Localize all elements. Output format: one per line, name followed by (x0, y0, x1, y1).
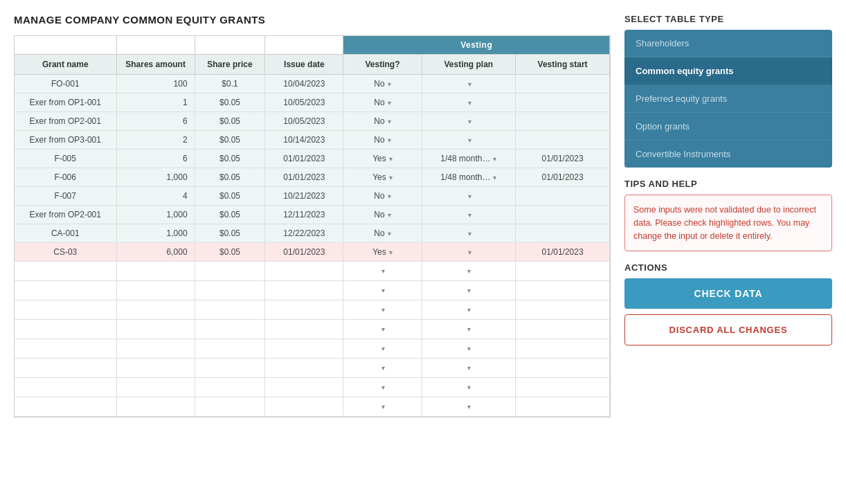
tips-text: Some inputs were not validated due to in… (633, 205, 816, 241)
empty-group-4 (265, 36, 343, 55)
discard-changes-button[interactable]: DISCARD ALL CHANGES (624, 314, 832, 345)
col-share-price: Share price (195, 55, 265, 75)
table-row[interactable]: F-0061,000$0.0501/01/2023Yes▾1/48 month…… (15, 168, 610, 187)
table-row[interactable]: F-0074$0.0510/21/2023No▾▾ (15, 187, 610, 206)
col-vesting-plan: Vesting plan (422, 55, 516, 75)
empty-group-2 (116, 36, 195, 55)
empty-row: ▾▾ (15, 397, 610, 417)
col-vesting: Vesting? (343, 55, 422, 75)
empty-row: ▾▾ (15, 378, 610, 397)
select-table-type-section: SELECT TABLE TYPE ShareholdersCommon equ… (624, 14, 832, 168)
table-body: FO-001100$0.110/04/2023No▾▾Exer from OP1… (15, 75, 610, 417)
col-grant-name: Grant name (15, 55, 116, 75)
table-row[interactable]: CA-0011,000$0.0512/22/2023No▾▾ (15, 224, 610, 243)
table-type-box: ShareholdersCommon equity grantsPreferre… (624, 30, 832, 168)
actions-label: ACTIONS (624, 262, 832, 273)
group-header-row: Vesting (15, 36, 610, 55)
table-row[interactable]: Exer from OP2-0016$0.0510/05/2023No▾▾ (15, 112, 610, 131)
column-header-row: Grant name Shares amount Share price Iss… (15, 55, 610, 75)
empty-row: ▾▾ (15, 300, 610, 320)
tips-help-label: TIPS AND HELP (624, 179, 832, 189)
table-row[interactable]: F-0056$0.0501/01/2023Yes▾1/48 month…▾01/… (15, 150, 610, 168)
tips-help-section: TIPS AND HELP Some inputs were not valid… (624, 179, 832, 251)
table-row[interactable]: Exer from OP1-0011$0.0510/05/2023No▾▾ (15, 93, 610, 112)
table-row[interactable]: Exer from OP2-0011,000$0.0512/11/2023No▾… (15, 206, 610, 224)
empty-row: ▾▾ (15, 281, 610, 300)
right-panel: SELECT TABLE TYPE ShareholdersCommon equ… (624, 14, 832, 490)
col-vesting-start: Vesting start (516, 55, 610, 75)
table-row[interactable]: FO-001100$0.110/04/2023No▾▾ (15, 75, 610, 93)
select-table-type-label: SELECT TABLE TYPE (624, 14, 832, 24)
page-title: MANAGE COMPANY COMMON EQUITY GRANTS (14, 14, 611, 26)
tips-box: Some inputs were not validated due to in… (624, 195, 832, 251)
table-row[interactable]: CS-036,000$0.0501/01/2023Yes▾▾01/01/2023 (15, 243, 610, 262)
empty-row: ▾▾ (15, 359, 610, 378)
check-data-button[interactable]: CHECK DATA (624, 278, 832, 309)
table-type-item-0[interactable]: Shareholders (624, 30, 832, 57)
col-shares-amount: Shares amount (116, 55, 195, 75)
table-type-item-1[interactable]: Common equity grants (624, 57, 832, 85)
empty-group-1 (15, 36, 116, 55)
table-row[interactable]: Exer from OP3-0012$0.0510/14/2023No▾▾ (15, 131, 610, 150)
data-table: Vesting Grant name Shares amount Share p… (14, 35, 611, 417)
table-type-item-3[interactable]: Option grants (624, 113, 832, 141)
empty-group-3 (195, 36, 265, 55)
table-type-item-4[interactable]: Convertible Instruments (624, 141, 832, 168)
left-panel: MANAGE COMPANY COMMON EQUITY GRANTS (14, 14, 611, 490)
empty-row: ▾▾ (15, 262, 610, 281)
empty-row: ▾▾ (15, 320, 610, 339)
col-issue-date: Issue date (265, 55, 343, 75)
table-type-item-2[interactable]: Preferred equity grants (624, 85, 832, 113)
actions-section: ACTIONS CHECK DATA DISCARD ALL CHANGES (624, 262, 832, 345)
vesting-group-header: Vesting (343, 36, 610, 55)
empty-row: ▾▾ (15, 339, 610, 359)
